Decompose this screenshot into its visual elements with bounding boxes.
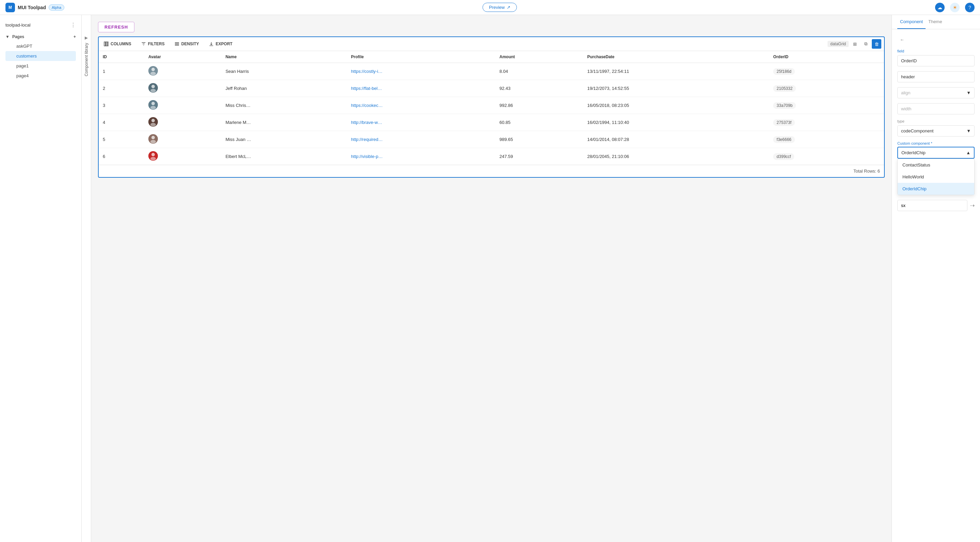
col-header-avatar: Avatar: [144, 51, 221, 63]
datagrid-toolbar-right: dataGrid ⊞ ⧉ 🗑: [827, 39, 881, 49]
cell-id: 6: [99, 148, 144, 165]
width-input[interactable]: width: [897, 103, 975, 115]
avatar-icon: [148, 83, 158, 92]
right-panel: Component Theme ← field OrderID header a…: [891, 15, 980, 542]
sidebar-menu-icon[interactable]: ⋮: [70, 22, 76, 28]
preview-button[interactable]: Preview ↗: [482, 3, 517, 12]
datagrid-grid-icon[interactable]: ⊞: [850, 39, 859, 49]
right-panel-content: ← field OrderID header align ▼: [892, 29, 980, 542]
field-input[interactable]: OrderID: [897, 55, 975, 66]
cell-amount: 247.59: [495, 148, 583, 165]
svg-point-21: [150, 157, 156, 160]
sx-input[interactable]: sx: [897, 200, 967, 211]
content-area: REFRESH COLUMNS FILTERS DENSITY: [91, 15, 891, 542]
avatar-icon: [148, 134, 158, 143]
svg-point-16: [151, 119, 155, 122]
cloud-icon[interactable]: ☁: [935, 3, 945, 12]
cell-amount: 60.85: [495, 114, 583, 131]
cell-profile[interactable]: https://flat-bel…: [347, 80, 495, 97]
custom-component-label: Custom component *: [897, 141, 975, 145]
custom-component-group: Custom component * OrderIdChip ▲ Contact…: [897, 141, 975, 195]
help-icon[interactable]: ?: [965, 3, 975, 12]
main-layout: toolpad-local ⋮ ▼ Pages + askGPT custome…: [0, 15, 980, 542]
cell-profile[interactable]: http://required…: [347, 131, 495, 148]
dropdown-item-orderidchip[interactable]: OrderIdChip: [898, 183, 974, 195]
col-header-orderid: OrderID: [769, 51, 884, 63]
cell-purchasedate: 19/12/2073, 14:52:55: [583, 80, 769, 97]
header-input[interactable]: header: [897, 71, 975, 82]
cell-orderid: 275373f: [769, 114, 884, 131]
align-select[interactable]: align ▼: [897, 87, 975, 99]
export-icon: [208, 41, 214, 47]
cell-avatar: [144, 97, 221, 114]
svg-point-19: [150, 140, 156, 143]
dropdown-item-helloworld[interactable]: HelloWorld: [898, 171, 974, 183]
type-label: type: [897, 119, 975, 123]
sidebar-item-customers[interactable]: customers: [5, 51, 76, 61]
total-rows: Total Rows: 6: [99, 165, 884, 177]
datagrid-delete-icon[interactable]: 🗑: [872, 39, 881, 49]
table-row: 5 Miss Juan … http://required… 989.65 14…: [99, 131, 884, 148]
type-value: codeComponent: [901, 128, 933, 134]
refresh-button[interactable]: REFRESH: [98, 22, 134, 32]
app-title: MUI Toolpad: [18, 5, 46, 10]
sx-link-icon[interactable]: ⇢: [970, 202, 975, 209]
cell-id: 2: [99, 80, 144, 97]
avatar-icon: [148, 66, 158, 76]
field-label: field: [897, 49, 975, 53]
custom-component-select[interactable]: OrderIdChip ▲: [897, 147, 975, 159]
datagrid-toolbar-left: COLUMNS FILTERS DENSITY EXPORT: [102, 40, 234, 48]
table-row: 4 Marlene M… http://brave-w… 60.85 16/02…: [99, 114, 884, 131]
tab-component[interactable]: Component: [897, 15, 926, 29]
back-button[interactable]: ←: [897, 35, 907, 44]
type-select[interactable]: codeComponent ▼: [897, 125, 975, 137]
topbar: M MUI Toolpad Alpha Preview ↗ ☁ ☀ ?: [0, 0, 980, 15]
topbar-center: Preview ↗: [68, 3, 931, 12]
svg-point-17: [150, 123, 156, 126]
filters-icon: [141, 41, 146, 47]
cell-profile[interactable]: http://visible-p…: [347, 148, 495, 165]
add-page-icon[interactable]: +: [73, 34, 76, 39]
columns-button[interactable]: COLUMNS: [102, 40, 134, 48]
cell-purchasedate: 16/02/1994, 11:10:40: [583, 114, 769, 131]
pages-section: ▼ Pages + askGPT customers page1 page4: [0, 31, 81, 82]
align-label: align: [901, 90, 910, 95]
cell-id: 3: [99, 97, 144, 114]
filters-button[interactable]: FILTERS: [139, 40, 167, 48]
sidebar-app-name: toolpad-local: [5, 22, 30, 27]
datagrid-copy-icon[interactable]: ⧉: [861, 39, 870, 49]
cell-orderid: 25f186d: [769, 63, 884, 80]
columns-icon: [103, 41, 109, 47]
dropdown-item-contactstatus[interactable]: ContactStatus: [898, 159, 974, 171]
alpha-badge: Alpha: [49, 5, 64, 11]
svg-point-12: [151, 85, 155, 88]
sidebar-item-page1[interactable]: page1: [5, 61, 76, 71]
sidebar-header: toolpad-local ⋮: [0, 19, 81, 31]
external-link-icon: ↗: [507, 5, 511, 10]
logo: M MUI Toolpad Alpha: [5, 3, 64, 12]
component-library-panel[interactable]: ▶ Component library: [82, 15, 91, 542]
field-group-width: width: [897, 103, 975, 115]
cell-profile[interactable]: https://costly-i…: [347, 63, 495, 80]
export-button[interactable]: EXPORT: [207, 40, 234, 48]
align-chevron: ▼: [966, 90, 971, 95]
sun-icon[interactable]: ☀: [950, 3, 959, 12]
cell-profile[interactable]: http://brave-w…: [347, 114, 495, 131]
cell-profile[interactable]: https://cookec…: [347, 97, 495, 114]
header-input-value: header: [901, 74, 915, 79]
cell-purchasedate: 13/11/1997, 22:54:11: [583, 63, 769, 80]
cell-id: 4: [99, 114, 144, 131]
sidebar-item-page4[interactable]: page4: [5, 71, 76, 81]
pages-section-header: ▼ Pages +: [5, 32, 76, 41]
density-button[interactable]: DENSITY: [172, 40, 201, 48]
avatar-icon: [148, 117, 158, 127]
field-group-field: field OrderID: [897, 49, 975, 66]
cell-amount: 8.04: [495, 63, 583, 80]
sidebar-item-askgpt[interactable]: askGPT: [5, 41, 76, 51]
cell-purchasedate: 14/01/2014, 08:07:28: [583, 131, 769, 148]
col-header-profile: Profile: [347, 51, 495, 63]
tab-theme[interactable]: Theme: [926, 15, 945, 29]
cell-amount: 992.86: [495, 97, 583, 114]
pages-chevron[interactable]: ▼: [5, 34, 10, 39]
col-header-purchasedate: PurchaseDate: [583, 51, 769, 63]
